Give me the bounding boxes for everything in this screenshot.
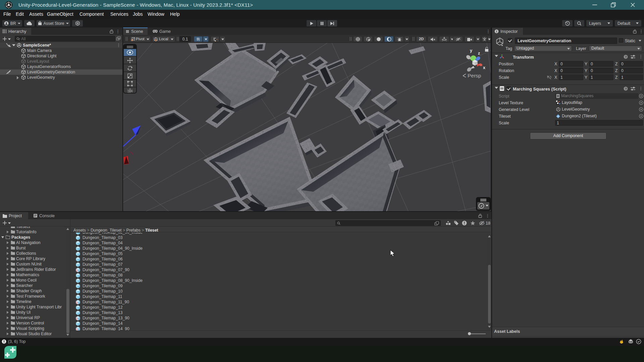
svg-text:Y: Y — [198, 39, 200, 42]
svg-text:?: ? — [625, 55, 627, 59]
svg-text:y: y — [470, 48, 472, 53]
svg-text:z: z — [478, 51, 480, 56]
svg-text:x: x — [483, 65, 485, 70]
svg-text:?: ? — [625, 87, 627, 90]
svg-text:Persp: Persp — [468, 73, 481, 78]
